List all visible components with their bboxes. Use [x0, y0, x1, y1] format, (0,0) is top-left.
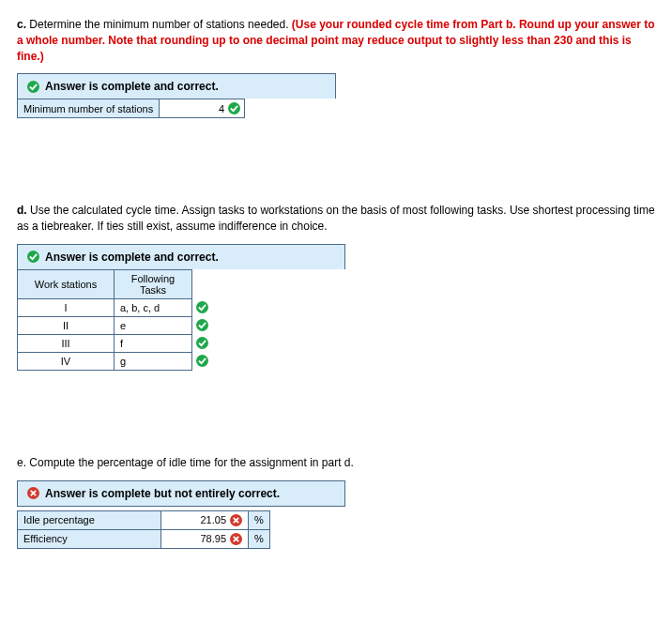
status-cell	[192, 316, 215, 334]
part-d: d. Use the calculated cycle time. Assign…	[17, 203, 655, 371]
part-d-feedback-text: Answer is complete and correct.	[45, 251, 219, 264]
min-stations-value-cell: 4	[160, 99, 245, 118]
part-d-prefix: d.	[17, 204, 27, 217]
part-c-feedback-banner: Answer is complete and correct.	[17, 73, 336, 99]
part-e-table: Idle percentage 21.05 % Efficiency 78.95…	[17, 507, 270, 549]
ws-cell: IV	[18, 352, 115, 370]
min-stations-label: Minimum number of stations	[18, 99, 160, 118]
table-row: Efficiency 78.95 %	[18, 529, 270, 548]
part-c-table: Minimum number of stations 4	[17, 99, 245, 118]
part-c-text: Determine the minimum number of stations…	[26, 18, 292, 31]
idle-value-cell: 21.05	[161, 510, 249, 529]
idle-value: 21.05	[200, 514, 226, 525]
part-c: c. Determine the minimum number of stati…	[17, 17, 655, 118]
x-icon	[230, 533, 242, 545]
part-c-prefix: c.	[17, 18, 26, 31]
part-e-text: Compute the percentage of idle time for …	[26, 456, 354, 469]
header-workstations: Work stations	[18, 269, 115, 298]
eff-value: 78.95	[200, 533, 226, 544]
ws-cell: I	[18, 298, 115, 316]
header-blank	[192, 269, 215, 298]
ws-cell: III	[18, 334, 115, 352]
check-icon	[196, 319, 208, 331]
eff-value-cell: 78.95	[161, 529, 249, 548]
check-icon	[196, 355, 208, 367]
ws-cell: II	[18, 316, 115, 334]
status-cell	[192, 298, 215, 316]
table-header-row: Work stations Following Tasks	[18, 269, 215, 298]
part-e-question: e. Compute the percentage of idle time f…	[17, 455, 655, 471]
status-cell	[192, 352, 215, 370]
part-e: e. Compute the percentage of idle time f…	[17, 455, 655, 549]
x-icon	[27, 487, 39, 499]
part-d-text: Use the calculated cycle time. Assign ta…	[17, 204, 655, 233]
check-icon	[27, 81, 39, 93]
table-row: Idle percentage 21.05 %	[18, 510, 270, 529]
check-icon	[196, 301, 208, 313]
part-d-feedback-banner: Answer is complete and correct.	[17, 244, 345, 269]
x-icon	[230, 514, 242, 526]
tasks-cell: a, b, c, d	[115, 298, 192, 316]
part-d-table: Work stations Following Tasks I a, b, c,…	[17, 269, 215, 371]
tasks-cell: f	[115, 334, 192, 352]
check-icon	[228, 102, 240, 114]
part-e-prefix: e.	[17, 456, 26, 469]
idle-label: Idle percentage	[18, 510, 161, 529]
part-c-question: c. Determine the minimum number of stati…	[17, 17, 655, 64]
status-cell	[192, 334, 215, 352]
part-e-feedback-text: Answer is complete but not entirely corr…	[45, 487, 280, 500]
part-c-feedback-text: Answer is complete and correct.	[45, 80, 219, 93]
part-e-feedback-banner: Answer is complete but not entirely corr…	[17, 480, 345, 507]
eff-label: Efficiency	[18, 529, 161, 548]
part-d-question: d. Use the calculated cycle time. Assign…	[17, 203, 655, 235]
eff-unit: %	[249, 529, 270, 548]
header-following-tasks: Following Tasks	[115, 269, 192, 298]
table-row: IV g	[18, 352, 215, 370]
table-row: II e	[18, 316, 215, 334]
tasks-cell: g	[115, 352, 192, 370]
tasks-cell: e	[115, 316, 192, 334]
idle-unit: %	[249, 510, 270, 529]
table-row: Minimum number of stations 4	[18, 99, 245, 118]
check-icon	[196, 337, 208, 349]
min-stations-value: 4	[219, 103, 224, 114]
check-icon	[27, 251, 39, 263]
table-row: III f	[18, 334, 215, 352]
table-row: I a, b, c, d	[18, 298, 215, 316]
